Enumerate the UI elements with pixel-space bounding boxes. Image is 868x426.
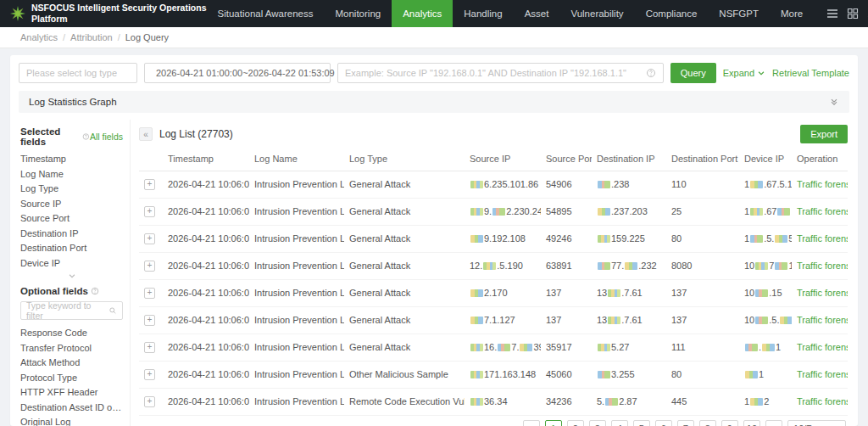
field-filter-input[interactable]: Type keyword to filter	[20, 301, 123, 320]
traffic-forensics-link[interactable]: Traffic forensics	[797, 288, 848, 298]
all-fields-link[interactable]: All fields	[90, 132, 123, 142]
expand-row-button[interactable]: +	[144, 315, 155, 326]
breadcrumb: Analytics/Attribution/Log Query	[0, 27, 868, 48]
cell-timestamp: 2026-04-21 10:06:05	[163, 361, 249, 388]
breadcrumb-item-analytics[interactable]: Analytics	[20, 32, 58, 42]
chevron-down-icon	[757, 69, 765, 77]
table-row: +2026-04-21 10:06:05Intrusion Prevention…	[139, 388, 848, 415]
nav-item-compliance[interactable]: Compliance	[635, 0, 709, 27]
expand-row-button[interactable]: +	[144, 288, 155, 299]
nav-item-nsfgpt[interactable]: NSFGPT	[708, 0, 770, 27]
nav-item-situational-awareness[interactable]: Situational Awareness	[207, 0, 325, 27]
pagination-page-2[interactable]: 2	[567, 420, 584, 426]
cell-timestamp: 2026-04-21 10:06:05	[163, 171, 249, 198]
masked-ip-segment	[470, 181, 483, 188]
optional-fields-title: Optional fields	[20, 286, 99, 296]
optional-field-response-code[interactable]: Response Code	[20, 326, 123, 341]
nav-item-monitoring[interactable]: Monitoring	[325, 0, 392, 27]
cell-destination-port: 8080	[666, 252, 739, 279]
pagination-page-4[interactable]: 4	[611, 420, 628, 426]
pagination-next-button[interactable]: ›	[765, 420, 782, 426]
optional-field-http-xff-header[interactable]: HTTP XFF Header	[20, 385, 123, 401]
traffic-forensics-link[interactable]: Traffic forensics	[797, 233, 848, 244]
cell-source-ip: 12..5.190	[465, 252, 541, 279]
masked-ip-segment	[750, 235, 763, 243]
query-button[interactable]: Query	[670, 63, 716, 83]
cell-source-port: 49246	[541, 225, 592, 252]
breadcrumb-item-attribution[interactable]: Attribution	[70, 32, 113, 42]
selected-field-destination-port[interactable]: Destination Port	[20, 241, 123, 256]
expand-row-button[interactable]: +	[144, 369, 155, 380]
cell-log-name: Intrusion Prevention Log	[249, 388, 344, 415]
export-button[interactable]: Export	[800, 125, 848, 143]
pagination-page-5[interactable]: 5	[633, 420, 650, 426]
nav-item-vulnerability[interactable]: Vulnerability	[559, 0, 634, 27]
masked-ip-segment	[762, 344, 775, 351]
pagination-page-10[interactable]: 10	[743, 420, 760, 426]
cell-device-ip: 10.15	[739, 279, 792, 306]
traffic-forensics-link[interactable]: Traffic forensics	[797, 206, 848, 216]
expand-row-button[interactable]: +	[144, 233, 155, 244]
traffic-forensics-link[interactable]: Traffic forensics	[797, 315, 848, 325]
selected-field-source-ip[interactable]: Source IP	[20, 197, 123, 212]
question-circle-icon	[91, 287, 99, 295]
traffic-forensics-link[interactable]: Traffic forensics	[797, 396, 848, 406]
pagination-page-8[interactable]: 8	[699, 420, 716, 426]
collapse-sidebar-button[interactable]: «	[139, 127, 153, 141]
expand-row-button[interactable]: +	[144, 261, 155, 272]
scroll-down-icon[interactable]	[20, 272, 123, 282]
optional-field-attack-method[interactable]: Attack Method	[20, 356, 123, 371]
expand-link[interactable]: Expand	[723, 68, 765, 78]
traffic-forensics-link[interactable]: Traffic forensics	[797, 179, 848, 189]
cell-device-ip: 1	[739, 361, 792, 388]
selected-field-destination-ip[interactable]: Destination IP	[20, 227, 123, 242]
masked-ip-segment	[750, 398, 763, 406]
help-icon[interactable]	[646, 68, 656, 78]
log-statistics-graph-bar[interactable]: Log Statistics Graph	[19, 91, 849, 113]
selected-field-log-name[interactable]: Log Name	[20, 167, 123, 182]
retrieval-template-link[interactable]: Retrieval Template	[772, 68, 849, 78]
nav-item-more[interactable]: More	[770, 0, 814, 27]
selected-fields-label: Selected fields	[20, 126, 80, 147]
selected-field-source-port[interactable]: Source Port	[20, 211, 123, 227]
table-row: +2026-04-21 10:06:05Intrusion Prevention…	[139, 198, 848, 225]
expand-row-button[interactable]: +	[144, 342, 155, 353]
masked-ip-segment	[598, 181, 610, 188]
selected-field-timestamp[interactable]: Timestamp	[20, 152, 123, 167]
optional-field-destination-asset-id-of-origin[interactable]: Destination Asset ID of Origin...	[20, 401, 123, 416]
stats-bar-label: Log Statistics Graph	[29, 97, 117, 107]
apps-grid-icon[interactable]	[846, 7, 860, 20]
optional-field-transfer-protocol[interactable]: Transfer Protocol	[20, 341, 123, 356]
date-range-input[interactable]: 2026-04-21 01:00:00~2026-04-22 01:53:09	[144, 63, 331, 83]
cell-timestamp: 2026-04-21 10:06:05	[163, 388, 249, 415]
page-size-value: 10/Page	[793, 423, 828, 426]
pagination-page-7[interactable]: 7	[677, 420, 694, 426]
expand-row-button[interactable]: +	[144, 396, 155, 407]
nav-item-handling[interactable]: Handling	[453, 0, 513, 27]
menu-icon[interactable]	[826, 7, 839, 20]
selected-field-log-type[interactable]: Log Type	[20, 182, 123, 197]
pagination-prev-button[interactable]: ‹	[523, 420, 540, 426]
query-search-input[interactable]: Example: Source IP "192.168.0.1" AND Des…	[337, 63, 664, 83]
optional-field-protocol-type[interactable]: Protocol Type	[20, 371, 123, 386]
page-size-select[interactable]: 10/Page	[787, 420, 846, 426]
expand-row-button[interactable]: +	[144, 206, 155, 217]
pagination-page-6[interactable]: 6	[655, 420, 672, 426]
cell-source-ip: 16.7.39	[465, 334, 541, 361]
selected-field-device-ip[interactable]: Device IP	[20, 256, 123, 272]
traffic-forensics-link[interactable]: Traffic forensics	[797, 369, 848, 379]
nav-item-asset[interactable]: Asset	[514, 0, 560, 27]
optional-field-original-log[interactable]: Original Log	[20, 415, 123, 426]
column-destination-ip: Destination IP	[592, 147, 666, 171]
pagination-page-1[interactable]: 1	[545, 420, 562, 426]
log-type-select[interactable]: Please select log type	[19, 63, 137, 83]
cell-destination-port: 445	[666, 388, 739, 415]
traffic-forensics-link[interactable]: Traffic forensics	[797, 342, 848, 352]
traffic-forensics-link[interactable]: Traffic forensics	[797, 261, 848, 271]
pagination-page-3[interactable]: 3	[589, 420, 606, 426]
pagination-page-9[interactable]: 9	[721, 420, 738, 426]
log-list-title: Log List (27703)	[159, 128, 233, 140]
nav-item-analytics[interactable]: Analytics	[392, 0, 453, 27]
cell-destination-ip: 5.27	[592, 334, 666, 361]
expand-row-button[interactable]: +	[144, 179, 155, 190]
